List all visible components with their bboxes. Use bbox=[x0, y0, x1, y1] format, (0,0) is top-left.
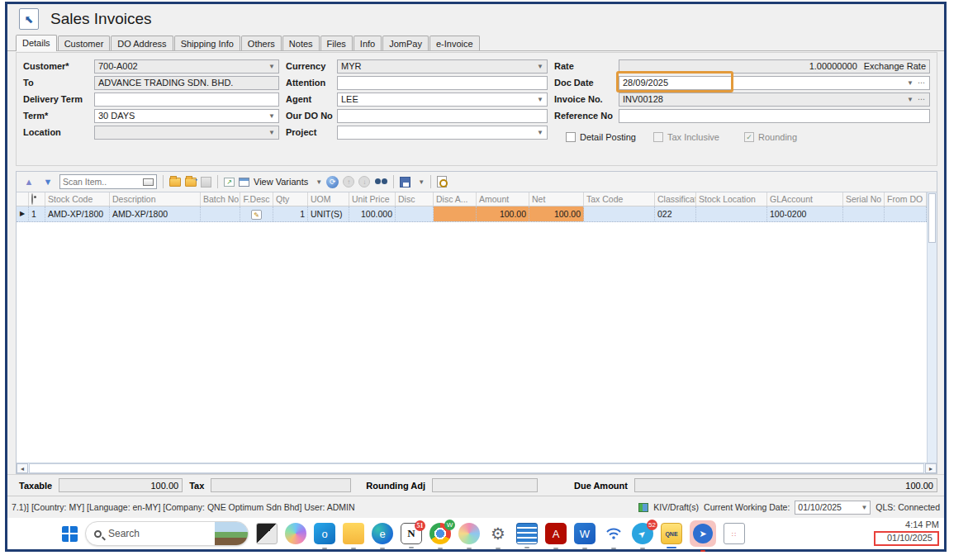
chevron-down-icon[interactable]: ▼ bbox=[904, 79, 913, 87]
copilot-icon[interactable] bbox=[285, 523, 306, 544]
header-net[interactable]: Net bbox=[529, 192, 584, 206]
tab-shipping-info[interactable]: Shipping Info bbox=[174, 36, 240, 50]
taskbar-clock[interactable]: 4:14 PM 01/10/2025 bbox=[874, 520, 942, 546]
header-f-desc[interactable]: F.Desc bbox=[240, 192, 273, 206]
chevron-down-icon[interactable]: ▼ bbox=[265, 63, 275, 70]
wifi-icon[interactable] bbox=[603, 523, 624, 544]
tab-customer[interactable]: Customer bbox=[58, 36, 111, 50]
word-icon[interactable]: W bbox=[574, 523, 596, 544]
chevron-down-icon[interactable]: ▼ bbox=[534, 129, 543, 136]
cell-from-do[interactable] bbox=[885, 206, 927, 221]
tab-details[interactable]: Details bbox=[16, 35, 57, 51]
view-variants-icon[interactable] bbox=[239, 178, 249, 187]
paint-icon[interactable] bbox=[458, 523, 480, 544]
refresh-icon[interactable]: ⟳ bbox=[326, 176, 339, 188]
cell-net[interactable]: 100.00 bbox=[529, 206, 584, 221]
plugin-tool-icon[interactable]: :: bbox=[724, 523, 745, 544]
cell-unit-price[interactable]: 100.000 bbox=[349, 206, 396, 221]
file-explorer-icon[interactable] bbox=[343, 523, 364, 544]
header-description[interactable]: Description bbox=[110, 192, 201, 206]
header-batch-no[interactable]: Batch No bbox=[201, 192, 240, 206]
cell-stock-code[interactable]: AMD-XP/1800 bbox=[45, 206, 110, 221]
cell-stock-location[interactable] bbox=[696, 206, 767, 221]
import-folder-icon[interactable] bbox=[185, 178, 197, 187]
horizontal-scrollbar[interactable]: ◂ ▸ bbox=[17, 463, 937, 473]
chevron-down-icon[interactable]: ▼ bbox=[534, 63, 543, 70]
barcode-keyboard-icon[interactable] bbox=[143, 178, 154, 186]
header-unit-price[interactable]: Unit Price bbox=[349, 192, 396, 206]
tab-files[interactable]: Files bbox=[320, 36, 353, 50]
save-icon[interactable] bbox=[400, 177, 410, 187]
attention-field[interactable] bbox=[337, 76, 548, 90]
tab-e-invoice[interactable]: e-Invoice bbox=[429, 36, 480, 50]
cell-serial-no[interactable] bbox=[843, 206, 885, 221]
remote-app-icon[interactable]: ➤ bbox=[693, 524, 713, 543]
location-field[interactable]: ▼ bbox=[94, 126, 279, 140]
scrollbar-thumb[interactable] bbox=[29, 463, 924, 473]
chevron-down-icon[interactable]: ▼ bbox=[312, 178, 322, 186]
cell-gl-account[interactable]: 100-0200 bbox=[767, 206, 843, 221]
cell-tax-code[interactable] bbox=[584, 206, 655, 221]
move-row-down-button[interactable]: ▼ bbox=[40, 174, 55, 189]
tab-notes[interactable]: Notes bbox=[282, 36, 320, 50]
invoice-no-field[interactable]: INV00128▼⋯ bbox=[619, 93, 930, 107]
settings-gear-icon[interactable]: ⚙ bbox=[487, 523, 509, 544]
reference-no-field[interactable] bbox=[619, 109, 930, 123]
kiv-draft-button[interactable]: KIV/Draft(s) bbox=[653, 502, 699, 512]
header-disc-amount[interactable]: Disc A... bbox=[434, 192, 477, 206]
chrome-icon[interactable]: W bbox=[429, 523, 451, 544]
header-stock-location[interactable]: Stock Location bbox=[696, 192, 767, 206]
header-classification[interactable]: Classification bbox=[655, 192, 696, 206]
header-stock-code[interactable]: Stock Code bbox=[45, 192, 110, 206]
telegram-icon[interactable]: ➤52 bbox=[632, 523, 653, 544]
detail-posting-checkbox[interactable]: Detail Posting bbox=[566, 132, 653, 142]
scroll-right-arrow[interactable]: ▸ bbox=[925, 463, 937, 473]
header-amount[interactable]: Amount bbox=[477, 192, 529, 206]
acrobat-icon[interactable]: A bbox=[545, 523, 567, 544]
tab-do-address[interactable]: DO Address bbox=[111, 36, 173, 50]
current-working-date-combo[interactable]: 01/10/2025 ▼ bbox=[795, 501, 871, 515]
table-row[interactable]: ▶ 1 AMD-XP/1800 AMD-XP/1800 ✎ 1 UNIT(S) … bbox=[17, 206, 927, 222]
notepad-icon[interactable] bbox=[516, 523, 538, 544]
find-binoculars-icon[interactable] bbox=[374, 178, 387, 185]
taskbar-search[interactable]: Search bbox=[85, 521, 249, 546]
edit-note-icon[interactable]: ✎ bbox=[251, 210, 262, 220]
chevron-down-icon[interactable]: ▼ bbox=[904, 96, 913, 103]
scroll-left-arrow[interactable]: ◂ bbox=[17, 463, 28, 473]
project-field[interactable]: ▼ bbox=[337, 126, 548, 140]
chevron-down-icon[interactable]: ▼ bbox=[415, 178, 425, 186]
header-qty[interactable]: Qty bbox=[273, 192, 308, 206]
cell-f-desc[interactable]: ✎ bbox=[240, 206, 273, 221]
move-row-up-button[interactable]: ▲ bbox=[21, 174, 36, 189]
header-selector[interactable] bbox=[29, 192, 45, 206]
chevron-down-icon[interactable]: ▼ bbox=[857, 504, 867, 511]
currency-field[interactable]: MYR▼ bbox=[337, 59, 548, 74]
chevron-down-icon[interactable]: ▼ bbox=[265, 112, 275, 120]
expand-window-icon[interactable]: ↗ bbox=[224, 178, 235, 187]
customer-field[interactable]: 700-A002▼ bbox=[94, 59, 279, 74]
notion-icon[interactable]: N51 bbox=[401, 523, 422, 544]
search-highlight-image[interactable] bbox=[215, 522, 248, 545]
tab-info[interactable]: Info bbox=[354, 36, 382, 50]
view-variants-button[interactable]: View Variants bbox=[254, 177, 308, 187]
ellipsis-button[interactable]: ⋯ bbox=[913, 95, 926, 103]
header-disc[interactable]: Disc bbox=[396, 192, 434, 206]
header-gl-account[interactable]: GLAccount bbox=[767, 192, 843, 206]
cell-disc[interactable] bbox=[396, 206, 434, 221]
tab-jompay[interactable]: JomPay bbox=[382, 36, 429, 50]
cell-description[interactable]: AMD-XP/1800 bbox=[110, 206, 201, 221]
cell-amount[interactable]: 100.00 bbox=[477, 206, 529, 221]
ellipsis-button[interactable]: ⋯ bbox=[913, 78, 926, 87]
task-view-icon[interactable] bbox=[256, 523, 278, 544]
open-folder-icon[interactable] bbox=[169, 178, 181, 187]
start-button[interactable] bbox=[62, 526, 78, 542]
header-from-do[interactable]: From DO bbox=[885, 192, 927, 206]
term-field[interactable]: 30 DAYS▼ bbox=[94, 109, 279, 123]
cell-uom[interactable]: UNIT(S) bbox=[308, 206, 349, 221]
to-field[interactable]: ADVANCE TRADING SDN. BHD. bbox=[94, 76, 279, 90]
cell-disc-amount[interactable] bbox=[434, 206, 477, 221]
doc-date-field[interactable]: 28/09/2025▼⋯ bbox=[619, 76, 930, 90]
scan-item-input[interactable] bbox=[63, 177, 135, 187]
delivery-term-field[interactable] bbox=[94, 93, 279, 107]
cell-classification[interactable]: 022 bbox=[655, 206, 696, 221]
